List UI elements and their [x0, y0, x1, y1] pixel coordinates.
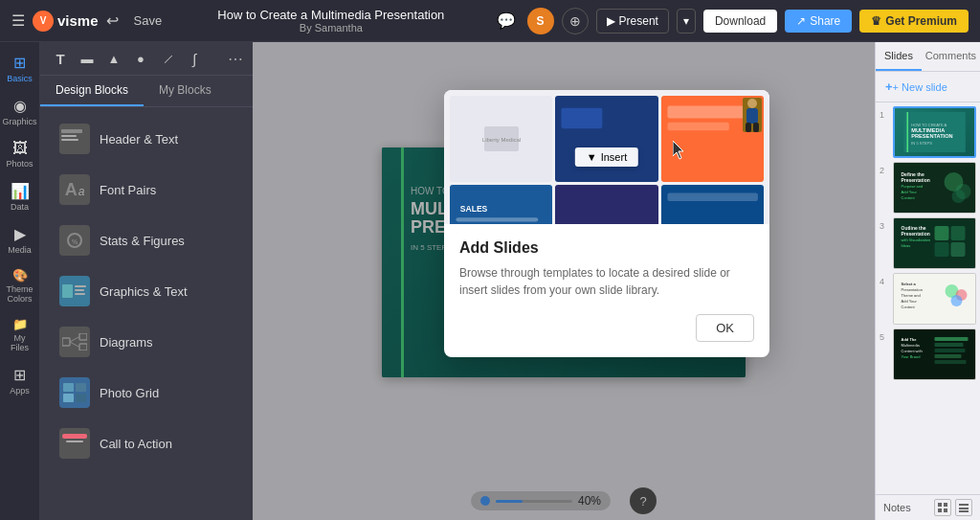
svg-line-9: [70, 337, 79, 343]
slide-thumb-img-1[interactable]: HOW TO CREATE A MULTIMEDIA PRESENTATION …: [893, 106, 976, 158]
crown-icon: ♛: [871, 14, 881, 28]
svg-rect-8: [79, 344, 87, 350]
text-tool[interactable]: T: [50, 48, 71, 69]
design-blocks-tabs: Design Blocks My Blocks: [40, 76, 253, 107]
insert-button[interactable]: ▼ Insert: [575, 147, 638, 167]
svg-rect-82: [959, 504, 969, 506]
circle-tool[interactable]: ●: [130, 48, 151, 69]
svg-text:Content with: Content with: [902, 349, 923, 353]
svg-rect-57: [935, 242, 949, 257]
header-text-icon: [59, 124, 90, 154]
collaborate-icon[interactable]: ⊕: [562, 8, 589, 34]
ok-button[interactable]: OK: [696, 314, 754, 342]
share-button[interactable]: ↗ Share: [785, 10, 852, 33]
svg-rect-55: [935, 226, 949, 240]
header-text-label: Header & Text: [100, 132, 178, 147]
block-item-graphics-text[interactable]: Graphics & Text: [46, 266, 247, 316]
tab-slides[interactable]: Slides: [876, 42, 922, 71]
chat-icon[interactable]: 💬: [493, 8, 520, 34]
tab-comments[interactable]: Comments: [922, 42, 980, 71]
main-area: ⊞ Basics ◉ Graphics 🖼 Photos 📊 Data ▶ Me…: [0, 42, 980, 520]
diagrams-label: Diagrams: [100, 335, 153, 350]
triangle-tool[interactable]: ▲: [103, 48, 124, 69]
sidebar-item-theme-colors[interactable]: 🎨 Theme Colors: [2, 262, 38, 309]
block-item-diagrams[interactable]: Diagrams: [46, 317, 247, 367]
media-label: Media: [8, 245, 32, 255]
sidebar-item-photos[interactable]: 🖼 Photos: [2, 134, 38, 174]
call-to-action-icon: [59, 428, 90, 459]
preview-cell-6: [661, 185, 764, 224]
svg-rect-32: [661, 187, 764, 224]
list-view-icon[interactable]: [955, 499, 972, 516]
sidebar-item-basics[interactable]: ⊞ Basics: [2, 48, 38, 89]
block-item-header-text[interactable]: Header & Text: [46, 114, 247, 164]
sidebar-item-my-files[interactable]: 📁 My Files: [2, 311, 38, 358]
slide-thumbnail-2[interactable]: 2 Define the Presentation Purpose and Ad…: [880, 162, 976, 214]
download-button[interactable]: Download: [703, 10, 777, 33]
svg-rect-23: [667, 123, 728, 131]
new-slide-button[interactable]: + + New slide: [876, 72, 980, 102]
slide-thumbnail-4[interactable]: 4 Select a Presentation Theme and Add Yo…: [880, 273, 976, 325]
svg-rect-56: [951, 226, 966, 240]
svg-text:Add Your: Add Your: [902, 190, 918, 194]
sidebar-item-media[interactable]: ▶ Media: [2, 219, 38, 260]
photos-label: Photos: [6, 159, 33, 169]
svg-rect-84: [959, 510, 969, 512]
slide-num-4: 4: [880, 277, 889, 286]
slide-thumbnail-1[interactable]: 1 HOW TO CREATE A MULTIMEDIA PRESENTATIO…: [880, 106, 976, 158]
svg-rect-5: [75, 293, 85, 295]
block-item-photo-grid[interactable]: Photo Grid: [46, 368, 247, 418]
tab-design-blocks[interactable]: Design Blocks: [40, 76, 144, 106]
data-icon: 📊: [11, 182, 30, 200]
modal-footer: OK: [459, 314, 754, 342]
block-item-stats-figures[interactable]: % Stats & Figures: [46, 215, 247, 265]
sidebar-item-apps[interactable]: ⊞ Apps: [2, 360, 38, 401]
slide-thumb-img-4[interactable]: Select a Presentation Theme and Add Your…: [893, 273, 976, 325]
svg-rect-6: [62, 338, 70, 346]
slide-thumb-img-2[interactable]: Define the Presentation Purpose and Add …: [893, 162, 976, 214]
present-button[interactable]: ▶ Present: [596, 9, 669, 34]
svg-text:Purpose and: Purpose and: [902, 184, 924, 189]
curve-tool[interactable]: ∫: [184, 48, 205, 69]
font-pairs-label: Font Pairs: [100, 183, 156, 197]
slide-thumbnail-3[interactable]: 3 Outline the Presentation with Visualiz…: [880, 217, 976, 269]
insert-icon: ▼: [587, 151, 597, 163]
slide-thumbnail-5[interactable]: 5 Add The Multimedia Content with Your B…: [880, 328, 976, 380]
canvas-area: HOW TO CREATE A MULTIMEDIA PRESENTATION …: [253, 42, 875, 520]
menu-icon[interactable]: ☰: [11, 11, 25, 30]
block-item-call-to-action[interactable]: Call to Action: [46, 418, 247, 468]
notes-label[interactable]: Notes: [883, 502, 911, 513]
design-blocks-list: Header & Text A a Font Pairs %: [40, 107, 253, 520]
preview-cell-4: SALES: [450, 185, 552, 224]
slide-thumb-img-3[interactable]: Outline the Presentation with Visualizat…: [893, 217, 976, 269]
svg-rect-58: [951, 242, 966, 257]
svg-rect-31: [555, 187, 657, 224]
more-tools-icon[interactable]: ⋯: [228, 50, 243, 68]
block-item-font-pairs[interactable]: A a Font Pairs: [46, 165, 247, 215]
photo-grid-icon: [59, 377, 90, 408]
preview-cell-2: [555, 96, 657, 182]
sidebar-item-data[interactable]: 📊 Data: [2, 176, 38, 217]
tab-my-blocks[interactable]: My Blocks: [144, 76, 227, 106]
svg-rect-78: [938, 503, 942, 507]
basics-icon: ⊞: [13, 54, 26, 72]
present-dropdown-button[interactable]: ▾: [677, 9, 696, 34]
media-icon: ▶: [14, 225, 26, 243]
grid-view-icon[interactable]: [934, 499, 951, 516]
topbar: ☰ V visme ↩ Save How to Create a Multime…: [0, 0, 980, 42]
data-label: Data: [11, 202, 29, 212]
undo-icon[interactable]: ↩: [106, 11, 119, 30]
view-icons: [934, 499, 972, 516]
svg-text:Liberty Medical: Liberty Medical: [482, 137, 521, 143]
svg-rect-76: [935, 354, 962, 358]
rect-tool[interactable]: ▬: [77, 48, 98, 69]
save-button[interactable]: Save: [126, 10, 170, 32]
svg-rect-25: [746, 108, 758, 124]
line-tool[interactable]: —: [152, 43, 182, 73]
svg-text:Add Your: Add Your: [902, 299, 918, 304]
user-avatar[interactable]: S: [527, 8, 554, 34]
slide-thumb-img-5[interactable]: Add The Multimedia Content with Your Bra…: [893, 328, 976, 380]
sidebar-item-graphics[interactable]: ◉ Graphics: [2, 91, 38, 132]
get-premium-button[interactable]: ♛ Get Premium: [859, 10, 969, 33]
modal-description: Browse through templates to locate a des…: [459, 264, 754, 299]
